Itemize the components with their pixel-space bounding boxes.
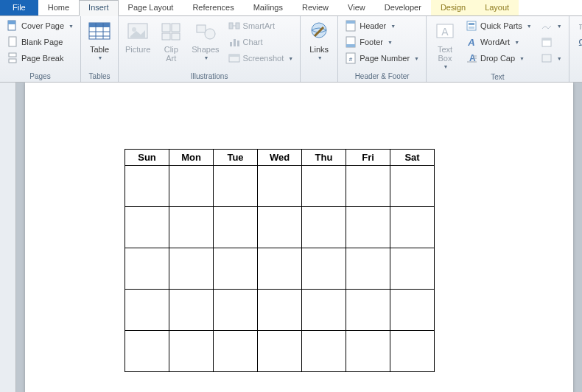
svg-rect-16 — [172, 33, 180, 40]
dropdown-icon: ▼ — [557, 24, 562, 29]
page-viewport[interactable]: Sun Mon Tue Wed Thu Fri Sat — [16, 83, 582, 392]
smartart-button[interactable]: SmartArt — [225, 18, 298, 34]
calendar-header-row: Sun Mon Tue Wed Thu Fri Sat — [125, 150, 435, 166]
calendar-table[interactable]: Sun Mon Tue Wed Thu Fri Sat — [125, 149, 435, 372]
svg-rect-3 — [9, 53, 16, 57]
date-time-icon — [541, 36, 553, 48]
symbol-button[interactable]: Ω Symbol ▼ — [572, 34, 582, 50]
group-tables-label: Tables — [84, 71, 115, 82]
tab-layout[interactable]: Layout — [475, 0, 519, 15]
svg-point-18 — [205, 29, 215, 39]
document-area: Sun Mon Tue Wed Thu Fri Sat — [0, 83, 582, 392]
equation-button[interactable]: π Equation — [572, 18, 582, 34]
tab-view[interactable]: View — [338, 0, 375, 15]
group-text: A Text Box ▼ Quick Parts ▼ A WordAr — [427, 16, 569, 82]
quick-parts-button[interactable]: Quick Parts ▼ — [462, 18, 536, 34]
calendar-header-cell[interactable]: Wed — [258, 150, 302, 166]
page-number-button[interactable]: # Page Number ▼ — [341, 50, 423, 66]
text-box-button[interactable]: A Text Box ▼ — [430, 18, 460, 71]
date-time-button[interactable] — [537, 34, 566, 50]
wordart-label: WordArt — [480, 38, 510, 46]
svg-rect-14 — [172, 24, 180, 32]
text-box-label: Text Box — [438, 45, 452, 63]
page-break-button[interactable]: Page Break — [3, 50, 77, 66]
header-label: Header — [360, 21, 386, 30]
table-label: Table — [90, 45, 109, 54]
group-illustrations-label: Illustrations — [122, 71, 297, 82]
dropdown-icon: ▼ — [527, 24, 532, 29]
blank-page-button[interactable]: Blank Page — [3, 34, 77, 50]
ribbon-tabstrip: File Home Insert Page Layout References … — [0, 0, 582, 16]
drop-cap-button[interactable]: A Drop Cap ▼ — [462, 50, 536, 66]
tab-mailings[interactable]: Mailings — [244, 0, 292, 15]
group-pages: Cover Page ▼ Blank Page Page Break Page — [0, 16, 81, 82]
calendar-header-cell[interactable]: Thu — [302, 150, 346, 166]
tab-home[interactable]: Home — [38, 0, 79, 15]
svg-text:#: # — [349, 56, 353, 63]
tab-developer[interactable]: Developer — [375, 0, 431, 15]
chart-label: Chart — [243, 38, 263, 46]
svg-text:π: π — [578, 21, 582, 32]
svg-rect-2 — [9, 37, 16, 46]
object-button[interactable]: ▼ — [537, 50, 566, 66]
chart-button[interactable]: Chart — [225, 34, 298, 50]
signature-icon — [541, 20, 553, 32]
document-page[interactable]: Sun Mon Tue Wed Thu Fri Sat — [25, 83, 573, 392]
page-break-icon — [7, 52, 18, 64]
symbol-icon: Ω — [576, 36, 582, 48]
picture-label: Picture — [125, 45, 150, 54]
svg-rect-4 — [9, 59, 16, 63]
group-illustrations: Picture Clip Art Shapes ▼ — [119, 16, 301, 82]
tab-file[interactable]: File — [0, 0, 38, 15]
dropdown-icon: ▼ — [388, 40, 393, 45]
calendar-header-cell[interactable]: Tue — [214, 150, 258, 166]
shapes-button[interactable]: Shapes ▼ — [188, 18, 222, 63]
cover-page-label: Cover Page — [21, 21, 64, 30]
svg-rect-44 — [542, 38, 551, 41]
wordart-button[interactable]: A WordArt ▼ — [462, 34, 536, 50]
object-icon — [541, 52, 553, 64]
tab-review[interactable]: Review — [292, 0, 338, 15]
table-row — [125, 331, 435, 372]
group-header-footer-label: Header & Footer — [341, 71, 423, 82]
screenshot-icon — [228, 52, 240, 64]
calendar-header-cell[interactable]: Fri — [346, 150, 390, 166]
calendar-header-cell[interactable]: Sat — [390, 150, 435, 166]
table-row — [125, 207, 435, 248]
dropdown-icon: ▼ — [318, 55, 323, 60]
dropdown-icon: ▼ — [519, 56, 525, 61]
signature-line-button[interactable]: ▼ — [537, 18, 566, 34]
dropdown-icon: ▼ — [98, 55, 103, 60]
equation-icon: π — [576, 20, 582, 32]
table-row — [125, 290, 435, 331]
group-text-label: Text — [430, 71, 566, 83]
blank-page-icon — [7, 36, 18, 48]
calendar-header-cell[interactable]: Sun — [125, 150, 169, 166]
dropdown-icon: ▼ — [203, 55, 208, 60]
links-icon — [307, 20, 331, 43]
tab-references[interactable]: References — [183, 0, 243, 15]
drop-cap-label: Drop Cap — [480, 54, 515, 63]
links-button[interactable]: Links ▼ — [304, 18, 334, 63]
screenshot-button[interactable]: Screenshot ▼ — [225, 50, 298, 66]
calendar-header-cell[interactable]: Mon — [169, 150, 214, 166]
svg-rect-21 — [230, 42, 232, 46]
tab-page-layout[interactable]: Page Layout — [119, 0, 183, 15]
calendar-body — [125, 166, 435, 372]
group-symbols-label: Symbols — [572, 71, 582, 82]
picture-button[interactable]: Picture — [122, 18, 154, 56]
svg-rect-25 — [229, 55, 239, 57]
svg-rect-1 — [8, 21, 15, 24]
vertical-ruler[interactable] — [0, 83, 16, 392]
tab-insert[interactable]: Insert — [79, 0, 119, 16]
header-button[interactable]: Header ▼ — [341, 18, 423, 34]
page-number-icon: # — [345, 52, 357, 64]
svg-rect-15 — [162, 33, 170, 40]
footer-button[interactable]: Footer ▼ — [341, 34, 423, 50]
footer-label: Footer — [360, 38, 383, 46]
cover-page-button[interactable]: Cover Page ▼ — [3, 18, 77, 34]
tab-design[interactable]: Design — [431, 0, 475, 15]
table-button[interactable]: Table ▼ — [84, 18, 115, 63]
clip-art-button[interactable]: Clip Art — [155, 18, 186, 65]
drop-cap-icon: A — [466, 52, 477, 64]
